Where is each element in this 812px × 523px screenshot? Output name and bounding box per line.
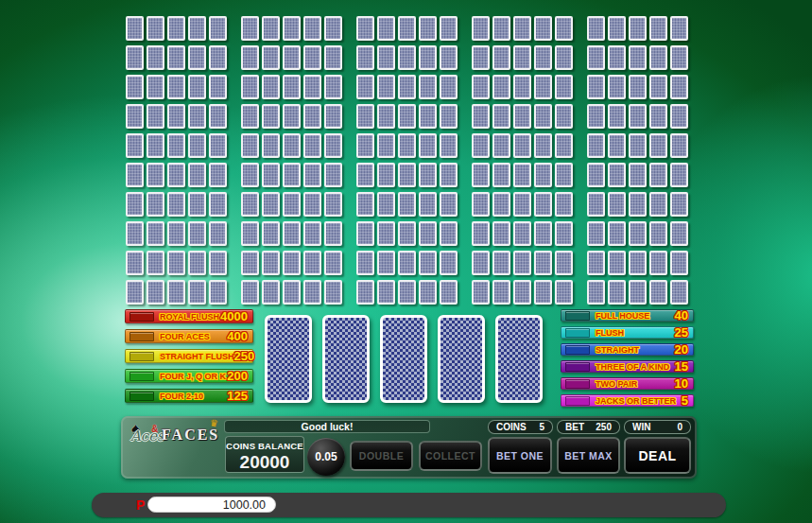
mini-card-back <box>419 251 437 275</box>
bet-readout-label: BET <box>565 422 584 432</box>
mini-card-back <box>147 16 164 41</box>
mini-hand <box>241 75 342 99</box>
double-button[interactable]: DOUBLE <box>350 441 413 471</box>
paytable-hand-payout: 250 <box>234 349 255 363</box>
mini-card-back <box>534 104 552 129</box>
mini-card-back <box>419 192 437 217</box>
mini-card-back <box>649 75 667 99</box>
mini-card-back <box>608 45 626 70</box>
mini-card-back <box>303 45 321 70</box>
control-panel: ♠ Aces & FACES ♛ Good luck! COINS BALANC… <box>121 416 697 479</box>
mini-card-back <box>167 133 185 158</box>
mini-card-back <box>283 251 301 275</box>
mini-card-back <box>649 280 667 305</box>
hand-card-back[interactable] <box>265 315 312 403</box>
paytable-row: STRAIGHT20 <box>561 343 694 356</box>
mini-card-back <box>534 251 552 275</box>
mini-hand <box>587 192 688 217</box>
mini-card-back <box>629 251 647 275</box>
mini-hand <box>241 163 342 187</box>
mini-card-back <box>283 16 301 41</box>
bet-one-button[interactable]: BET ONE <box>488 437 552 474</box>
mini-card-back <box>126 221 144 246</box>
mini-hand <box>587 251 688 275</box>
mini-card-back <box>649 163 667 187</box>
mini-card-back <box>209 163 227 187</box>
bet-max-button[interactable]: BET MAX <box>557 437 620 474</box>
mini-card-back <box>419 163 437 187</box>
mini-card-back <box>188 251 206 275</box>
mini-card-back <box>126 16 144 41</box>
mini-card-back <box>670 133 688 158</box>
coins-readout: COINS 5 <box>488 420 553 434</box>
mini-card-back <box>167 163 185 187</box>
paytable-hand-payout: 200 <box>227 369 248 383</box>
mini-card-back <box>440 133 458 158</box>
hand-card-back[interactable] <box>438 315 485 403</box>
mini-card-back <box>303 133 321 158</box>
balance-input[interactable] <box>147 497 276 513</box>
mini-card-back <box>670 192 688 217</box>
mini-card-back <box>209 192 227 217</box>
mini-card-back <box>209 221 227 246</box>
paytable-row: TWO PAIR10 <box>561 377 694 390</box>
mini-card-back <box>670 104 688 129</box>
mini-card-back <box>209 280 227 305</box>
mini-hand <box>587 16 688 41</box>
mini-card-back <box>534 133 552 158</box>
mini-card-back <box>534 75 552 99</box>
paytable-chip <box>565 362 590 372</box>
coins-readout-label: COINS <box>496 422 527 432</box>
mini-card-back <box>587 104 605 129</box>
mini-card-back <box>534 192 552 217</box>
mini-card-back <box>670 280 688 305</box>
mini-hand <box>126 163 227 187</box>
mini-card-back <box>209 45 227 70</box>
mini-card-back <box>356 75 374 99</box>
mini-hand <box>472 75 573 99</box>
hand-card-back[interactable] <box>495 315 543 403</box>
mini-card-back <box>419 75 437 99</box>
mini-card-back <box>262 45 280 70</box>
mini-card-back <box>534 163 552 187</box>
mini-card-back <box>377 251 395 275</box>
mini-hand <box>126 45 227 70</box>
paytable-chip <box>565 345 590 355</box>
mini-hand <box>472 221 573 246</box>
mini-card-back <box>356 163 374 187</box>
mini-card-back <box>356 280 374 305</box>
mini-hand-row <box>126 104 688 129</box>
mini-card-back <box>126 192 144 217</box>
mini-hand <box>472 280 573 305</box>
mini-card-back <box>241 221 259 246</box>
mini-card-back <box>262 163 280 187</box>
mini-card-back <box>608 104 626 129</box>
mini-card-back <box>356 104 374 129</box>
deal-button[interactable]: DEAL <box>624 437 691 474</box>
mini-card-back <box>126 104 144 129</box>
mini-card-back <box>492 163 510 187</box>
mini-card-back <box>398 163 416 187</box>
mini-hand <box>126 221 227 246</box>
mini-card-back <box>398 251 416 275</box>
mini-card-back <box>555 280 573 305</box>
coin-value-button[interactable]: 0.05 <box>307 438 345 476</box>
mini-card-back <box>377 104 395 129</box>
mini-card-back <box>629 280 647 305</box>
mini-card-back <box>472 192 490 217</box>
status-bar-label: P <box>136 497 145 513</box>
main-hand-cards <box>265 315 543 403</box>
mini-card-back <box>492 75 510 99</box>
mini-card-back <box>303 75 321 99</box>
mini-card-back <box>472 280 490 305</box>
game-background: ROYAL FLUSH4000FOUR ACES400STRAIGHT FLUS… <box>0 0 812 523</box>
mini-card-back <box>283 104 301 129</box>
collect-button[interactable]: COLLECT <box>419 441 482 471</box>
hand-card-back[interactable] <box>322 315 370 403</box>
mini-card-back <box>209 75 227 99</box>
mini-card-back <box>324 192 342 217</box>
mini-card-back <box>629 75 647 99</box>
mini-card-back <box>440 45 458 70</box>
hand-card-back[interactable] <box>380 315 427 403</box>
mini-card-back <box>513 45 531 70</box>
